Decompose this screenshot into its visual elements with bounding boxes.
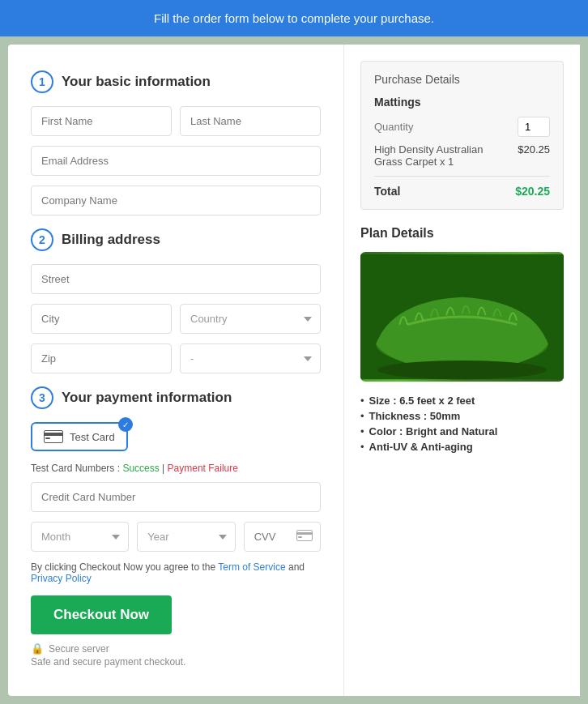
left-panel: 1 Your basic information 2 Billing addre… xyxy=(8,45,344,696)
grass-image xyxy=(360,252,564,382)
section1-title: Your basic information xyxy=(62,74,211,90)
street-row xyxy=(31,264,321,294)
credit-card-row xyxy=(31,482,321,512)
svg-rect-4 xyxy=(296,532,313,535)
card-option[interactable]: ✓ Test Card xyxy=(31,422,128,451)
section2-number: 2 xyxy=(31,228,53,251)
expiry-cvv-row: Month 01020304 05060708 09101112 Year 20… xyxy=(31,522,321,552)
company-input[interactable] xyxy=(31,186,321,215)
secure-sub-text: Safe and secure payment checkout. xyxy=(31,656,321,668)
cvv-wrapper xyxy=(244,522,321,552)
cvv-card-icon xyxy=(296,530,313,544)
main-content: 1 Your basic information 2 Billing addre… xyxy=(8,45,580,696)
zip-state-row: - xyxy=(31,343,321,373)
quantity-input[interactable] xyxy=(518,117,550,137)
right-panel: Purchase Details Mattings Quantity High … xyxy=(344,45,580,696)
section1-number: 1 xyxy=(31,70,53,93)
credit-card-input[interactable] xyxy=(31,482,321,512)
feature-color: Color : Bright and Natural xyxy=(360,424,564,439)
section3-heading: 3 Your payment information xyxy=(31,386,321,409)
and-text: and xyxy=(288,561,305,573)
card-check-icon: ✓ xyxy=(118,417,133,432)
tos-link[interactable]: Term of Service xyxy=(218,561,285,573)
quantity-row: Quantity xyxy=(374,117,550,137)
section2-heading: 2 Billing address xyxy=(31,228,321,251)
purchase-details-title: Purchase Details xyxy=(374,73,550,86)
feature-size: Size : 6.5 feet x 2 feet xyxy=(360,393,564,408)
svg-rect-3 xyxy=(296,530,312,540)
email-input[interactable] xyxy=(31,146,321,176)
feature-thickness: Thickness : 50mm xyxy=(360,408,564,424)
top-banner: Fill the order form below to complete yo… xyxy=(0,0,588,36)
failure-link[interactable]: Payment Failure xyxy=(168,463,238,474)
purchase-details-box: Purchase Details Mattings Quantity High … xyxy=(360,61,564,210)
privacy-link[interactable]: Privacy Policy xyxy=(31,573,92,584)
lastname-input[interactable] xyxy=(180,106,321,136)
section2-title: Billing address xyxy=(62,232,160,248)
plan-details-title: Plan Details xyxy=(360,226,564,241)
month-select[interactable]: Month 01020304 05060708 09101112 xyxy=(31,522,129,552)
svg-rect-0 xyxy=(45,431,63,443)
product-features: Size : 6.5 feet x 2 feet Thickness : 50m… xyxy=(360,393,564,454)
agreement-text: By clicking Checkout Now you agree to th… xyxy=(31,561,215,573)
city-country-row: Country xyxy=(31,304,321,334)
year-select[interactable]: Year 2024202520262027 202820292030 xyxy=(137,522,235,552)
state-select[interactable]: - xyxy=(180,343,321,373)
section1-heading: 1 Your basic information xyxy=(31,70,321,93)
section3-title: Your payment information xyxy=(62,390,232,406)
total-label: Total xyxy=(374,185,400,198)
secure-info-row: 🔒 Secure server xyxy=(31,642,321,655)
name-row xyxy=(31,106,321,136)
success-link[interactable]: Success xyxy=(122,463,159,474)
banner-text: Fill the order form below to complete yo… xyxy=(154,11,434,25)
street-input[interactable] xyxy=(31,264,321,294)
agreement-row: By clicking Checkout Now you agree to th… xyxy=(31,561,321,584)
country-select[interactable]: Country xyxy=(180,304,321,334)
plan-details: Plan Details xyxy=(360,226,564,454)
email-row xyxy=(31,146,321,176)
city-input[interactable] xyxy=(31,304,172,334)
svg-rect-2 xyxy=(45,437,50,439)
zip-input[interactable] xyxy=(31,343,172,373)
checkout-button[interactable]: Checkout Now xyxy=(31,595,172,634)
feature-uv: Anti-UV & Anti-aging xyxy=(360,439,564,454)
svg-rect-5 xyxy=(298,536,302,538)
total-row: Total $20.25 xyxy=(374,185,550,198)
credit-card-icon xyxy=(44,430,63,443)
svg-rect-1 xyxy=(44,433,63,436)
secure-label: Secure server xyxy=(49,643,109,655)
page-wrapper: Fill the order form below to complete yo… xyxy=(0,0,588,704)
lock-icon: 🔒 xyxy=(31,642,44,655)
section3-number: 3 xyxy=(31,386,53,409)
product-price: $20.25 xyxy=(518,143,550,168)
product-desc: High Density Australian Grass Carpet x 1 xyxy=(374,143,504,168)
test-card-text: Test Card Numbers : xyxy=(31,463,120,474)
total-amount: $20.25 xyxy=(515,185,550,198)
product-name: Mattings xyxy=(374,96,550,109)
company-row xyxy=(31,186,321,215)
product-row: High Density Australian Grass Carpet x 1… xyxy=(374,143,550,177)
card-option-label: Test Card xyxy=(70,431,115,443)
test-card-info: Test Card Numbers : Success | Payment Fa… xyxy=(31,463,321,474)
firstname-input[interactable] xyxy=(31,106,172,136)
svg-point-8 xyxy=(377,361,547,379)
quantity-label: Quantity xyxy=(374,121,413,133)
